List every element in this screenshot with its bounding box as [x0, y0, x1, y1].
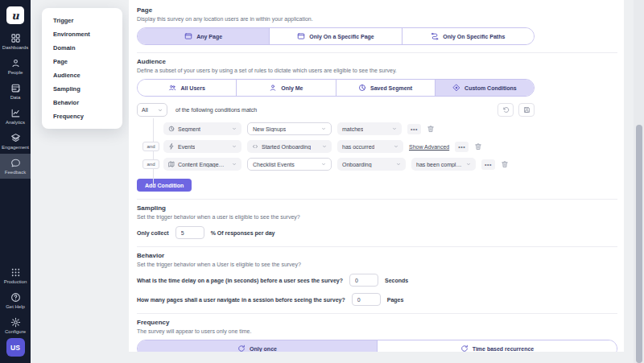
- tab-only-on-specific-paths[interactable]: Only On Specific Paths: [402, 28, 534, 44]
- chevron-down-icon: [232, 144, 237, 149]
- section-divider: [137, 246, 617, 247]
- dropdown-value: Onboarding: [342, 162, 372, 167]
- condition-field-dropdown[interactable]: Started Onboarding: [247, 140, 332, 153]
- audience-section: Audience Define a subset of your users b…: [137, 58, 617, 192]
- sidebar-item-production[interactable]: Production: [0, 263, 31, 288]
- condition-value-dropdown[interactable]: Onboarding: [337, 158, 406, 171]
- left-sidebar: u Dashboards People Data Analytics Engag…: [0, 0, 31, 363]
- scrollbar-track[interactable]: [634, 0, 644, 363]
- condition-field-dropdown[interactable]: Checklist Events: [247, 158, 332, 171]
- user-avatar[interactable]: US: [6, 338, 25, 357]
- tab-only-me[interactable]: Only Me: [236, 80, 335, 96]
- dropdown-value: Started Onboarding: [262, 144, 311, 150]
- condition-operator-dropdown[interactable]: has occurred: [337, 140, 403, 153]
- condition-operator-dropdown[interactable]: has been completed: [411, 158, 476, 171]
- section-divider: [137, 199, 617, 200]
- map-book-icon: [168, 161, 175, 167]
- more-options-button[interactable]: •••: [407, 124, 421, 134]
- tab-only-once[interactable]: Only once: [138, 340, 377, 352]
- data-table-icon: [10, 83, 21, 93]
- menu-item-page[interactable]: Page: [42, 55, 122, 68]
- tab-all-users[interactable]: All Users: [138, 80, 236, 96]
- match-mode-select[interactable]: All: [137, 103, 167, 117]
- dropdown-value: New Signups: [253, 126, 286, 132]
- refresh-icon: [237, 344, 246, 352]
- page-section-title: Page: [137, 6, 617, 14]
- sampling-percent-input[interactable]: [175, 226, 204, 239]
- scrollbar-thumb[interactable]: [636, 125, 642, 363]
- dropdown-value: Segment: [178, 126, 200, 132]
- sidebar-item-configure[interactable]: Configure: [0, 313, 31, 338]
- behavior-delay-input[interactable]: [349, 274, 378, 287]
- sidebar-item-data[interactable]: Data: [0, 79, 31, 104]
- sidebar-item-get-help[interactable]: Get Help: [0, 288, 31, 313]
- chevron-down-icon: [394, 144, 398, 149]
- menu-item-trigger[interactable]: Trigger: [42, 14, 122, 27]
- chevron-down-icon: [396, 162, 401, 167]
- sampling-section-title: Sampling: [137, 204, 617, 212]
- tab-label: Only Me: [281, 85, 303, 91]
- dropdown-value: has been completed: [416, 162, 463, 167]
- conditions-builder: All of the following conditions match: [137, 102, 535, 171]
- sidebar-item-label: Dashboards: [2, 45, 28, 50]
- browser-window-icon: [297, 32, 305, 40]
- show-advanced-link[interactable]: Show Advanced: [409, 144, 449, 150]
- sidebar-item-engagement[interactable]: Engagement: [0, 129, 31, 154]
- condition-type-dropdown[interactable]: Segment: [163, 122, 242, 135]
- lightning-icon: [168, 143, 175, 150]
- page-section-description: Display this survey on any location user…: [137, 16, 617, 22]
- sidebar-item-label: Data: [10, 95, 21, 100]
- page-tabs: Any Page Only On a Specific Page Only On…: [137, 27, 535, 45]
- menu-item-domain[interactable]: Domain: [42, 41, 122, 55]
- sidebar-item-label: Engagement: [2, 145, 29, 150]
- trash-icon: [427, 125, 435, 133]
- reset-conditions-button[interactable]: [497, 103, 514, 117]
- match-mode-value: All: [142, 107, 148, 113]
- tab-any-page[interactable]: Any Page: [138, 28, 269, 44]
- sidebar-item-people[interactable]: People: [0, 54, 31, 79]
- delete-condition-button[interactable]: [501, 160, 509, 168]
- trash-icon: [474, 142, 482, 151]
- sidebar-item-feedback[interactable]: Feedback: [0, 154, 31, 179]
- condition-operator-dropdown[interactable]: matches: [337, 122, 402, 135]
- sidebar-item-label: Get Help: [6, 304, 25, 309]
- app-logo[interactable]: u: [6, 6, 24, 24]
- more-options-button[interactable]: •••: [455, 142, 469, 152]
- section-divider: [137, 52, 617, 53]
- sidebar-item-dashboards[interactable]: Dashboards: [0, 29, 31, 54]
- condition-type-dropdown[interactable]: Events: [163, 140, 242, 153]
- condition-field-dropdown[interactable]: New Signups: [247, 122, 332, 135]
- sidebar-item-analytics[interactable]: Analytics: [0, 104, 31, 129]
- condition-row: and Content Engagement Checklist Events …: [163, 158, 535, 171]
- menu-item-frequency[interactable]: Frequency: [42, 109, 122, 123]
- undo-icon: [502, 106, 510, 113]
- menu-item-behavior[interactable]: Behavior: [42, 96, 122, 109]
- tab-label: Only once: [250, 346, 277, 352]
- menu-item-environment[interactable]: Environment: [42, 27, 122, 41]
- tab-label: Custom Conditions: [464, 85, 517, 91]
- gear-icon: [10, 317, 21, 328]
- app-logo-glyph: u: [11, 10, 19, 22]
- sampling-label-before: Only collect: [137, 230, 169, 236]
- delete-condition-button[interactable]: [474, 142, 482, 151]
- tab-time-based-recurrence[interactable]: Time based recurrence: [377, 340, 617, 352]
- help-circle-icon: [10, 292, 21, 303]
- behavior-section-title: Behavior: [137, 252, 617, 259]
- menu-item-sampling[interactable]: Sampling: [42, 82, 122, 96]
- sampling-section-description: Set the trigger behavior when a user is …: [137, 214, 617, 220]
- frequency-section: Frequency The survey will appear to user…: [137, 319, 617, 352]
- behavior-pages-input[interactable]: [352, 293, 381, 306]
- tab-custom-conditions[interactable]: Custom Conditions: [435, 80, 534, 96]
- save-conditions-button[interactable]: [518, 103, 535, 117]
- more-options-button[interactable]: •••: [481, 159, 495, 170]
- tab-only-on-specific-page[interactable]: Only On a Specific Page: [269, 28, 401, 44]
- production-dots-icon: [10, 267, 21, 278]
- chevron-down-icon: [232, 162, 237, 167]
- tab-saved-segment[interactable]: Saved Segment: [336, 80, 435, 96]
- single-user-icon: [269, 84, 277, 92]
- code-icon: [252, 143, 258, 150]
- condition-type-dropdown[interactable]: Content Engagement: [163, 158, 242, 171]
- add-condition-button[interactable]: Add Condition: [137, 179, 192, 192]
- delete-condition-button[interactable]: [427, 125, 435, 133]
- menu-item-audience[interactable]: Audience: [42, 68, 122, 82]
